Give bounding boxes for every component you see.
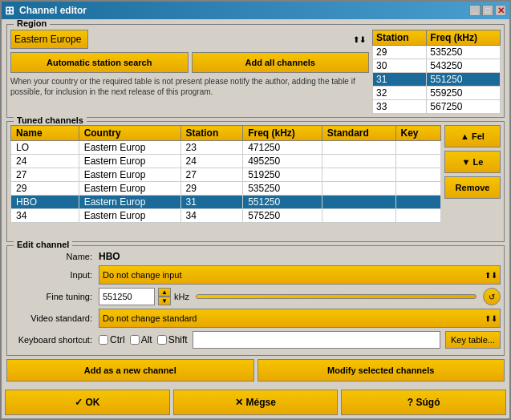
row-freq: 535250 (243, 182, 322, 196)
tuned-row[interactable]: LO Eastern Europ 23 471250 (11, 141, 441, 155)
tuned-channels-section: Tuned channels Name Country Station Freq… (6, 121, 505, 242)
row-country: Eastern Europ (79, 141, 180, 155)
row-key (395, 209, 440, 223)
footer-buttons: ✓ OK ✕ Mégse ? Súgó (2, 386, 509, 418)
row-country: Eastern Europ (79, 182, 180, 196)
row-station: 29 (180, 182, 243, 196)
channel-editor-window: ⊞ Channel editor _ □ ✕ Region Eastern Eu… (0, 0, 511, 420)
close-icon: ✕ (497, 6, 505, 16)
close-button[interactable]: ✕ (495, 5, 506, 16)
input-select-wrapper: Do not change input ⬆⬇ (99, 265, 501, 285)
spin-up-button[interactable]: ▲ (158, 288, 171, 297)
station-freq: 543250 (427, 59, 501, 73)
station-freq: 567250 (427, 100, 501, 114)
move-up-button[interactable]: ▲ Fel (444, 125, 501, 147)
row-station: 24 (180, 155, 243, 168)
input-row: Input: Do not change input ⬆⬇ (10, 265, 501, 285)
fine-tuning-reset-button[interactable]: ↺ (483, 288, 501, 305)
row-name: HBO (11, 196, 79, 209)
fine-tuning-slider[interactable] (196, 294, 477, 299)
region-with-table: Eastern Europe Western Europe North Amer… (10, 30, 501, 114)
tuned-row[interactable]: 29 Eastern Europ 29 535250 (11, 182, 441, 196)
main-content: Region Eastern Europe Western Europe Nor… (2, 19, 509, 386)
station-row[interactable]: 30 543250 (373, 59, 501, 73)
automatic-search-button[interactable]: Automatic station search (10, 52, 189, 73)
station-col-header: Station (373, 30, 427, 46)
add-all-channels-button[interactable]: Add all channels (192, 52, 370, 73)
station-row[interactable]: 31 551250 (373, 73, 501, 87)
fine-tuning-input[interactable] (99, 288, 155, 305)
key-input[interactable] (193, 331, 440, 349)
row-name: 34 (11, 209, 79, 223)
move-down-button[interactable]: ▼ Le (444, 151, 501, 173)
alt-checkbox[interactable] (130, 335, 140, 345)
fine-tuning-row: Fine tuning: ▲ ▼ kHz ↺ (10, 288, 501, 305)
video-standard-select-wrapper: Do not change standard ⬆⬇ (99, 309, 501, 328)
help-button[interactable]: ? Súgó (341, 390, 506, 415)
tuned-action-buttons: ▲ Fel ▼ Le Remove (444, 125, 501, 238)
edit-label: Edit channel (14, 240, 72, 249)
row-station: 23 (180, 141, 243, 155)
station-row[interactable]: 33 567250 (373, 100, 501, 114)
tuned-country-col: Country (79, 126, 180, 141)
tuned-row[interactable]: 27 Eastern Europ 27 519250 (11, 168, 441, 182)
row-standard (322, 196, 395, 209)
row-standard (322, 141, 395, 155)
row-standard (322, 209, 395, 223)
maximize-button[interactable]: □ (482, 5, 493, 16)
row-key (395, 155, 440, 168)
row-country: Eastern Europ (79, 196, 180, 209)
tuned-content: Name Country Station Freq (kHz) Standard… (10, 125, 501, 238)
minimize-button[interactable]: _ (469, 5, 481, 16)
name-label: Name: (10, 252, 99, 261)
row-name: LO (11, 141, 79, 155)
video-standard-select[interactable]: Do not change standard (99, 309, 501, 328)
row-country: Eastern Europ (79, 168, 180, 182)
row-freq: 575250 (243, 209, 322, 223)
spin-down-button[interactable]: ▼ (158, 297, 171, 305)
edit-channel-section: Edit channel Name: HBO Input: Do not cha… (6, 245, 505, 356)
shift-checkbox-label[interactable]: Shift (157, 334, 188, 345)
input-select[interactable]: Do not change input (99, 265, 501, 285)
fine-tuning-spin-buttons: ▲ ▼ (158, 288, 171, 305)
titlebar-left: ⊞ Channel editor (5, 4, 87, 17)
key-table-button[interactable]: Key table... (445, 331, 501, 349)
station-row[interactable]: 29 535250 (373, 46, 501, 59)
row-freq: 551250 (243, 196, 322, 209)
station-freq: 551250 (427, 73, 501, 87)
station-table-container: Station Freq (kHz) 29 535250 30 54 (372, 30, 501, 114)
row-standard (322, 182, 395, 196)
tuned-row[interactable]: 34 Eastern Europ 34 575250 (11, 209, 441, 223)
window-title: Channel editor (19, 5, 87, 16)
row-freq: 519250 (243, 168, 322, 182)
tuned-table: Name Country Station Freq (kHz) Standard… (10, 125, 441, 223)
channel-name-value: HBO (99, 251, 501, 262)
ctrl-label: Ctrl (110, 334, 125, 345)
row-station: 31 (180, 196, 243, 209)
cancel-button[interactable]: ✕ Mégse (173, 390, 339, 415)
add-channel-button[interactable]: Add as a new channel (6, 359, 254, 382)
row-key (395, 182, 440, 196)
station-row[interactable]: 32 559250 (373, 87, 501, 100)
shift-checkbox[interactable] (157, 335, 167, 345)
ctrl-checkbox-label[interactable]: Ctrl (99, 334, 125, 345)
tuned-row[interactable]: HBO Eastern Europ 31 551250 (11, 196, 441, 209)
region-select[interactable]: Eastern Europe Western Europe North Amer… (10, 30, 88, 49)
row-name: 24 (11, 155, 79, 168)
tuned-key-col: Key (395, 126, 440, 141)
station-freq: 559250 (427, 87, 501, 100)
freq-col-header: Freq (kHz) (427, 30, 501, 46)
ok-button[interactable]: ✓ OK (5, 390, 170, 415)
station-table: Station Freq (kHz) 29 535250 30 54 (372, 30, 501, 114)
input-label: Input: (10, 270, 99, 280)
modify-channels-button[interactable]: Modify selected channels (258, 359, 505, 382)
tuned-table-wrapper[interactable]: Name Country Station Freq (kHz) Standard… (10, 125, 441, 238)
keyboard-shortcut-row: Keyboard shortcut: Ctrl Alt Shift (10, 331, 501, 349)
remove-button[interactable]: Remove (444, 176, 501, 199)
row-station: 34 (180, 209, 243, 223)
alt-checkbox-label[interactable]: Alt (130, 334, 152, 345)
region-left: Eastern Europe Western Europe North Amer… (10, 30, 369, 114)
station-num: 31 (373, 73, 427, 87)
ctrl-checkbox[interactable] (99, 335, 108, 345)
tuned-row[interactable]: 24 Eastern Europ 24 495250 (11, 155, 441, 168)
